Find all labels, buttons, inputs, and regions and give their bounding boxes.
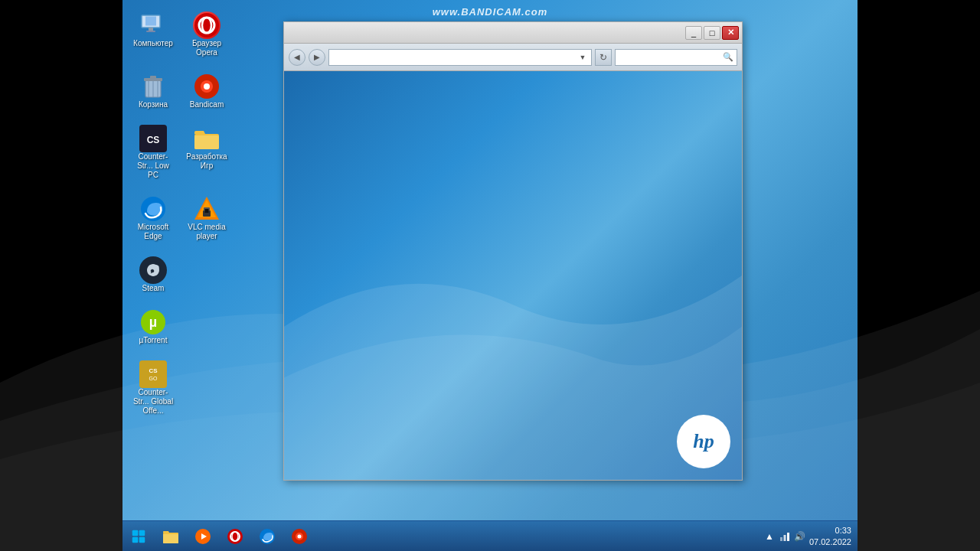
- steam-label: Steam: [142, 284, 165, 293]
- cs-low-label: Counter-Str... Low PC: [131, 152, 175, 180]
- browser-titlebar: _ □ ✕: [284, 22, 742, 44]
- address-bar[interactable]: [332, 53, 577, 62]
- explorer-icon: [162, 528, 179, 545]
- icon-csgo[interactable]: CS GO Counter-Str... Global Offe...: [130, 360, 176, 416]
- steam-icon: [142, 259, 164, 281]
- svg-rect-34: [132, 530, 139, 536]
- icon-vlc[interactable]: VLC media player: [184, 195, 230, 241]
- taskbar-bandicam[interactable]: [285, 525, 314, 548]
- edge-label: Microsoft Edge: [131, 223, 175, 241]
- browser-toolbar: ◀ ▶ ▼ ↻ 🔍: [284, 44, 742, 71]
- tray-arrow-icon[interactable]: ▲: [763, 530, 776, 543]
- browser-window: _ □ ✕ ◀ ▶ ▼ ↻ 🔍 h: [283, 21, 743, 481]
- taskbar-media[interactable]: [188, 525, 217, 548]
- opera-label: Браузер Opera: [185, 39, 229, 57]
- svg-rect-30: [139, 360, 167, 388]
- svg-rect-51: [787, 533, 789, 541]
- forward-button[interactable]: ▶: [309, 49, 325, 66]
- clock-date: 07.02.2022: [809, 536, 851, 547]
- tray-volume-icon[interactable]: 🔊: [794, 530, 806, 543]
- opera-icon: [193, 11, 220, 39]
- hp-logo-circle: hp: [677, 415, 730, 468]
- folder-icon: [193, 125, 220, 152]
- taskbar: ▲ 🔊 0:33 07.02.2022: [122, 520, 858, 551]
- taskbar-opera[interactable]: [220, 525, 250, 548]
- edge-taskbar-icon: [259, 528, 276, 545]
- svg-rect-37: [139, 536, 145, 543]
- svg-text:GO: GO: [149, 376, 158, 381]
- svg-rect-2: [149, 28, 153, 31]
- utorrent-icon: µ: [139, 308, 167, 336]
- computer-icon: [139, 11, 167, 39]
- taskbar-edge[interactable]: [253, 525, 282, 548]
- icon-cs-low[interactable]: CS Counter-Str... Low PC: [130, 125, 176, 180]
- start-button[interactable]: [124, 525, 153, 548]
- desktop-icons: Компьютер Браузер Opera: [122, 4, 230, 423]
- svg-point-48: [298, 534, 302, 538]
- steam-icon-wrap: [139, 256, 167, 284]
- icon-opera[interactable]: Браузер Opera: [184, 11, 230, 57]
- titlebar-buttons: _ □ ✕: [685, 26, 739, 40]
- svg-text:CS: CS: [149, 367, 158, 374]
- clock-time: 0:33: [809, 525, 851, 536]
- icon-edge[interactable]: Microsoft Edge: [130, 195, 176, 241]
- vlc-label: VLC media player: [185, 223, 229, 241]
- close-button[interactable]: ✕: [722, 26, 739, 40]
- bandicam-watermark: www.BANDICAM.com: [433, 6, 548, 18]
- network-icon: [779, 531, 790, 542]
- svg-rect-12: [150, 76, 156, 79]
- svg-point-15: [204, 83, 210, 90]
- opera-taskbar-icon: [227, 528, 243, 545]
- bandicam-taskbar-icon: [291, 528, 308, 545]
- svg-rect-36: [132, 536, 139, 543]
- svg-rect-50: [783, 535, 786, 541]
- browser-content: hp: [284, 71, 742, 480]
- dev-folder-label: Разработка Игр: [185, 152, 229, 171]
- maximize-button[interactable]: □: [704, 26, 720, 40]
- trash-icon: [141, 73, 165, 100]
- search-bar-wrapper: 🔍: [615, 49, 737, 66]
- svg-rect-25: [205, 209, 209, 213]
- bandicam-icon: [193, 73, 220, 100]
- tray-clock: 0:33 07.02.2022: [809, 525, 851, 547]
- svg-rect-49: [780, 537, 782, 541]
- minimize-button[interactable]: _: [685, 26, 702, 40]
- media-player-icon: [194, 528, 211, 545]
- svg-text:CS: CS: [147, 135, 160, 145]
- svg-rect-1: [145, 17, 156, 26]
- tray-network-icon[interactable]: [779, 530, 791, 543]
- address-bar-wrapper: ▼: [328, 49, 592, 66]
- address-dropdown-button[interactable]: ▼: [577, 52, 588, 63]
- taskbar-explorer[interactable]: [156, 525, 185, 548]
- svg-point-26: [144, 261, 162, 279]
- svg-rect-35: [139, 530, 145, 536]
- csgo-icon: CS GO: [139, 360, 167, 388]
- utorrent-label: µTorrent: [139, 336, 168, 345]
- svg-rect-19: [194, 135, 219, 149]
- back-button[interactable]: ◀: [289, 49, 305, 66]
- icon-trash[interactable]: Корзина: [130, 73, 176, 109]
- svg-text:µ: µ: [149, 315, 157, 330]
- icon-bandicam[interactable]: Bandicam: [184, 73, 230, 109]
- cs-icon: CS: [139, 125, 167, 152]
- icon-computer[interactable]: Компьютер: [130, 11, 176, 57]
- opera-svg: [193, 11, 220, 39]
- icon-utorrent[interactable]: µ µTorrent: [130, 308, 176, 345]
- icon-steam[interactable]: Steam: [130, 256, 176, 293]
- refresh-button[interactable]: ↻: [595, 49, 612, 66]
- trash-label: Корзина: [139, 100, 168, 109]
- vlc-icon: [193, 195, 220, 223]
- desktop: www.BANDICAM.com Компьютер: [0, 0, 980, 551]
- watermark-text: www.BANDICAM.com: [433, 6, 548, 18]
- computer-label: Компьютер: [133, 39, 173, 48]
- icon-dev-folder[interactable]: Разработка Игр: [184, 125, 230, 180]
- search-input[interactable]: [619, 53, 723, 62]
- svg-rect-3: [146, 31, 155, 32]
- system-tray: ▲ 🔊 0:33 07.02.2022: [763, 525, 858, 547]
- browser-wave: [284, 71, 742, 480]
- edge-icon: [139, 195, 167, 223]
- hp-logo: hp: [677, 415, 730, 468]
- windows-logo-icon: [130, 528, 147, 545]
- bandicam-label: Bandicam: [190, 100, 224, 109]
- search-button[interactable]: 🔍: [723, 52, 733, 62]
